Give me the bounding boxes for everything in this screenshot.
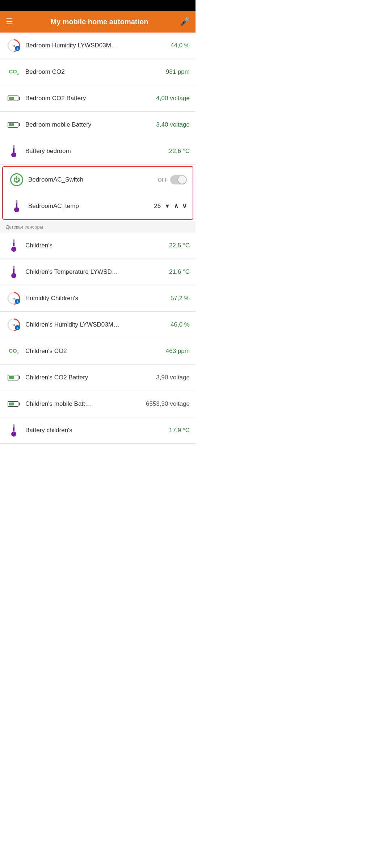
item-label: Children's CO2 Battery: [25, 374, 156, 381]
item-label: BedroomAC_Switch: [28, 176, 158, 183]
list-item[interactable]: % 💧 Bedroom Humidity LYWSD03M… 44,0 %: [0, 33, 196, 59]
toggle-off-label: OFF: [158, 177, 168, 183]
item-value: 44,0 %: [171, 42, 190, 49]
list-item[interactable]: Children's 22,5 °C: [0, 233, 196, 259]
toolbar: ☰ My mobile home automation 🎤: [0, 11, 196, 33]
svg-text:💧: 💧: [16, 326, 19, 329]
item-label: Children's: [25, 242, 169, 249]
top-items-list: % 💧 Bedroom Humidity LYWSD03M… 44,0 % CO…: [0, 33, 196, 165]
svg-text:%: %: [12, 323, 15, 327]
item-label: Bedroom CO2 Battery: [25, 95, 156, 102]
item-label: Bedroom CO2: [25, 68, 166, 76]
item-label: Children's Humidity LYWSD03M…: [25, 321, 171, 328]
battery-icon: [6, 396, 22, 412]
battery-icon: [6, 90, 22, 106]
item-value: 4,00 voltage: [156, 95, 190, 102]
item-label: Children's Temperature LYWSD…: [25, 268, 169, 276]
thermometer-icon: [6, 422, 22, 438]
temp-dropdown-icon[interactable]: ▼: [164, 203, 170, 209]
svg-text:%: %: [12, 44, 15, 47]
item-value: 22,6 °C: [169, 148, 190, 155]
gauge-icon: % 💧: [6, 38, 22, 54]
list-item[interactable]: % 💧 Humidity Children's 57,2 %: [0, 285, 196, 312]
svg-text:💧: 💧: [16, 47, 19, 50]
battery-icon: [6, 370, 22, 386]
svg-point-15: [11, 247, 16, 252]
bedroom-ac-group: ⏻ BedroomAC_Switch OFF BedroomAC_temp 26…: [2, 166, 193, 220]
list-item[interactable]: Bedroom mobile Battery 3,40 voltage: [0, 112, 196, 138]
toggle-switch[interactable]: [170, 175, 187, 184]
temp-value: 26: [154, 203, 161, 210]
battery-bedroom-item[interactable]: Battery bedroom 22,6 °C: [0, 138, 196, 165]
svg-rect-12: [16, 203, 17, 207]
bedroom-ac-switch-item[interactable]: ⏻ BedroomAC_Switch OFF: [3, 167, 193, 193]
list-item[interactable]: Children's CO2 Battery 3,90 voltage: [0, 365, 196, 391]
svg-text:💧: 💧: [16, 300, 19, 303]
list-item[interactable]: Bedroom CO2 Battery 4,00 voltage: [0, 85, 196, 112]
item-label: Bedroom Humidity LYWSD03M…: [25, 42, 171, 49]
list-item[interactable]: Children's mobile Batt… 6553,30 voltage: [0, 391, 196, 417]
item-label: Battery bedroom: [25, 148, 169, 155]
item-value: 21,6 °C: [169, 268, 190, 276]
item-value: 57,2 %: [171, 295, 190, 302]
gauge-icon: % 💧: [6, 317, 22, 333]
item-value: 3,40 voltage: [156, 121, 190, 128]
item-label: Humidity Children's: [25, 295, 171, 302]
item-value: 3,90 voltage: [156, 374, 190, 381]
svg-point-11: [14, 207, 19, 212]
temperature-control[interactable]: 26 ▼ ∧ ∨: [154, 202, 187, 210]
co2-icon: CO2: [6, 343, 22, 359]
item-label: BedroomAC_temp: [28, 203, 154, 210]
svg-text:%: %: [12, 297, 15, 300]
item-value: 463 ppm: [166, 348, 190, 355]
list-item[interactable]: Battery children's 17,9 °C: [0, 417, 196, 444]
temp-up-button[interactable]: ∧: [174, 202, 178, 210]
thermometer-icon: [6, 238, 22, 254]
svg-rect-16: [13, 243, 14, 246]
item-label: Bedroom mobile Battery: [25, 121, 156, 128]
section-children-header: Детская сенсоры: [0, 221, 196, 233]
svg-point-19: [11, 273, 16, 278]
list-item[interactable]: CO2 Bedroom CO2 931 ppm: [0, 59, 196, 85]
item-value: 22,5 °C: [169, 242, 190, 249]
list-item[interactable]: % 💧 Children's Humidity LYWSD03M… 46,0 %: [0, 312, 196, 338]
item-value: 931 ppm: [166, 68, 190, 76]
item-label: Children's mobile Batt…: [25, 400, 146, 408]
item-value: 17,9 °C: [169, 427, 190, 434]
temp-down-button[interactable]: ∨: [182, 202, 187, 210]
bedroom-ac-temp-item[interactable]: BedroomAC_temp 26 ▼ ∧ ∨: [3, 193, 193, 219]
item-label: Children's CO2: [25, 348, 166, 355]
svg-rect-20: [13, 269, 14, 273]
mic-icon[interactable]: 🎤: [180, 17, 190, 26]
thermometer-icon: [6, 264, 22, 280]
list-item[interactable]: Children's Temperature LYWSD… 21,6 °C: [0, 259, 196, 285]
toggle-control[interactable]: OFF: [158, 175, 187, 184]
item-value: 6553,30 voltage: [146, 400, 190, 408]
item-value: 46,0 %: [171, 321, 190, 328]
battery-icon: [6, 117, 22, 133]
gauge-icon: % 💧: [6, 290, 22, 306]
svg-point-7: [11, 152, 16, 157]
svg-point-33: [11, 431, 16, 437]
app-title: My mobile home automation: [19, 18, 180, 26]
svg-rect-8: [13, 148, 14, 152]
toggle-knob: [178, 176, 186, 184]
menu-icon[interactable]: ☰: [6, 17, 13, 26]
children-items-list: Children's 22,5 °C Children's Temperatur…: [0, 233, 196, 444]
thermometer-icon: [9, 198, 25, 214]
power-icon: ⏻: [9, 172, 25, 188]
co2-icon: CO2: [6, 64, 22, 80]
thermometer-icon: [6, 143, 22, 159]
svg-rect-34: [13, 427, 14, 431]
item-label: Battery children's: [25, 427, 169, 434]
list-item[interactable]: CO2 Children's CO2 463 ppm: [0, 338, 196, 365]
status-bar: [0, 0, 196, 11]
